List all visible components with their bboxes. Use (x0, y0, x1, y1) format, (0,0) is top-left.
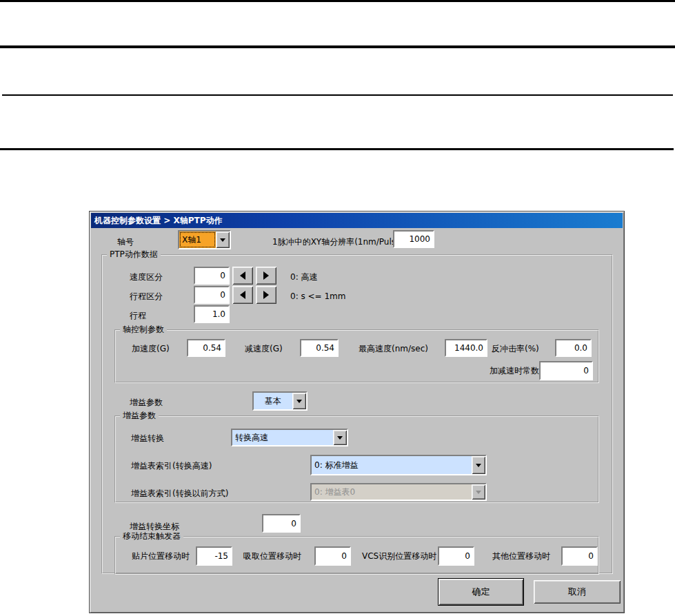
decel-label: 减速度(G) (245, 344, 283, 353)
resolution-input[interactable]: 1000 (393, 230, 434, 248)
arrow-left-icon (240, 271, 245, 280)
chevron-down-icon (296, 400, 302, 403)
ptp-data-group-title: PTP动作数据 (107, 249, 161, 260)
stroke-class-decrement-button[interactable] (232, 286, 253, 304)
mount-move-input[interactable]: -15 (196, 546, 232, 566)
stroke-class-hint: 0: s <= 1mm (290, 291, 346, 301)
pickup-move-label: 吸取位置移动时 (243, 551, 301, 561)
speed-class-hint: 0: 高速 (290, 272, 318, 282)
stroke-class-label: 行程区分 (130, 291, 163, 301)
horizontal-rule-1 (0, 0, 675, 2)
move-end-trigger-title: 移动结束触发器 (120, 531, 183, 542)
dialog-title: 机器控制参数设置 > X轴PTP动作 (94, 216, 222, 225)
ok-button[interactable]: 确定 (439, 579, 523, 605)
gain-index-prev-select-value: 0: 增益表0 (312, 484, 472, 500)
gain-coord-input[interactable]: 0 (262, 514, 301, 533)
chevron-down-icon (220, 238, 225, 242)
other-move-label: 其他位置移动时 (492, 551, 550, 561)
speed-class-decrement-button[interactable] (232, 267, 253, 285)
gain-param-select-value[interactable]: 基本 (254, 393, 292, 409)
max-speed-label: 最高速度(nm/sec) (359, 344, 428, 353)
mount-move-label: 贴片位置移动时 (132, 551, 190, 561)
arrow-right-icon (263, 271, 269, 280)
axis-select-dropdown-button[interactable] (216, 232, 230, 248)
stroke-input[interactable]: 1.0 (194, 305, 230, 323)
gain-index-prev-select: 0: 增益表0 (310, 483, 487, 501)
vcs-move-input[interactable]: 0 (438, 546, 474, 566)
pickup-move-input[interactable]: 0 (314, 546, 351, 566)
chevron-down-icon (337, 436, 343, 440)
gain-index-high-select-value[interactable]: 0: 标准增益 (312, 456, 472, 474)
gain-index-high-dropdown-button[interactable] (472, 456, 485, 474)
gain-params-group: 增益参数 增益转换 转换高速 增益表索引(转换高速) 0: 标准增益 增益表索引… (114, 415, 599, 503)
axis-select-value[interactable]: X轴1 (179, 232, 216, 248)
axis-control-params-title: 轴控制参数 (120, 325, 167, 335)
axis-select[interactable]: X轴1 (178, 230, 231, 249)
arrow-left-icon (240, 291, 245, 299)
gain-index-prev-dropdown-button (472, 484, 485, 500)
horizontal-rule-3 (2, 94, 673, 96)
gain-param-select[interactable]: 基本 (252, 391, 308, 411)
dialog-titlebar[interactable]: 机器控制参数设置 > X轴PTP动作 (91, 213, 623, 228)
chevron-down-icon (476, 491, 481, 494)
gain-switch-label: 增益转换 (131, 433, 164, 443)
arrow-right-icon (263, 291, 269, 299)
gain-param-label: 增益参数 (130, 398, 163, 407)
time-const-label: 加减速时常数 (490, 366, 539, 376)
max-speed-input[interactable]: 1440.0 (445, 339, 487, 357)
accel-label: 加速度(G) (132, 344, 170, 353)
gain-switch-dropdown-button[interactable] (333, 430, 347, 445)
horizontal-rule-4 (0, 148, 674, 150)
gain-switch-select[interactable]: 转换高速 (231, 429, 348, 446)
vcs-move-label: VCS识别位置移动时 (362, 551, 436, 561)
machine-control-params-dialog: 机器控制参数设置 > X轴PTP动作 轴号 X轴1 1脉冲中的XY轴分辨率(1n… (89, 211, 625, 613)
gain-index-high-label: 增益表索引(转换高速) (131, 461, 212, 471)
stroke-label: 行程 (130, 311, 146, 320)
ptp-data-group: PTP动作数据 速度区分 0 0: 高速 行程区分 0 0: s <= 1mm … (101, 254, 613, 574)
gain-coord-label: 增益转换坐标 (130, 522, 179, 531)
cancel-button[interactable]: 取消 (534, 580, 621, 604)
decel-input[interactable]: 0.54 (300, 339, 339, 357)
time-const-input[interactable]: 0 (539, 361, 593, 380)
stroke-class-increment-button[interactable] (256, 286, 276, 304)
resolution-label: 1脉冲中的XY轴分辨率(1nm/Pulse) (272, 237, 404, 247)
anti-shock-label: 反冲击率(%) (492, 344, 539, 353)
gain-index-high-select[interactable]: 0: 标准增益 (310, 455, 487, 475)
speed-class-increment-button[interactable] (256, 267, 276, 285)
gain-param-dropdown-button[interactable] (292, 393, 306, 409)
gain-params-group-title: 增益参数 (120, 411, 159, 421)
horizontal-rule-2 (0, 45, 675, 48)
accel-input[interactable]: 0.54 (187, 339, 225, 357)
chevron-down-icon (476, 464, 481, 467)
axis-control-params-group: 轴控制参数 加速度(G) 0.54 减速度(G) 0.54 最高速度(nm/se… (114, 329, 599, 383)
axis-number-label: 轴号 (117, 237, 134, 247)
gain-switch-select-value[interactable]: 转换高速 (232, 430, 333, 445)
gain-index-prev-label: 增益表索引(转换以前方式) (131, 489, 228, 498)
stroke-class-input[interactable]: 0 (194, 286, 230, 304)
speed-class-label: 速度区分 (130, 272, 163, 282)
other-move-input[interactable]: 0 (561, 546, 598, 566)
speed-class-input[interactable]: 0 (194, 267, 230, 285)
anti-shock-input[interactable]: 0.0 (555, 339, 592, 357)
move-end-trigger-group: 移动结束触发器 贴片位置移动时 -15 吸取位置移动时 0 VCS识别位置移动时… (114, 536, 599, 575)
